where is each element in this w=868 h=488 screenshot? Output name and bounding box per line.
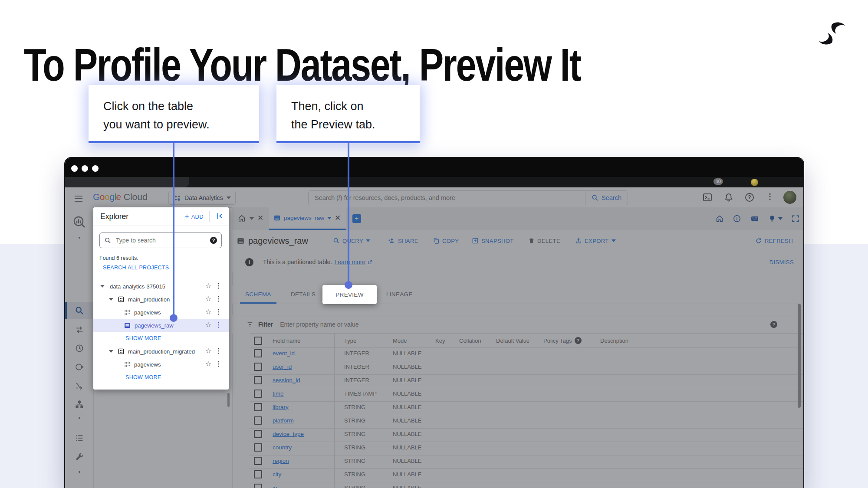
tree-item-view-pageviews-2[interactable]: pageviews ☆⋮: [93, 358, 229, 371]
explorer-search-input[interactable]: [115, 236, 210, 244]
table-icon: [124, 322, 131, 329]
window-control-maximize[interactable]: [92, 165, 99, 172]
brand-logo-icon: [818, 21, 846, 46]
window-control-close[interactable]: [71, 165, 78, 172]
connector-dot-table: [170, 314, 178, 322]
show-more-button-2[interactable]: SHOW MORE: [93, 371, 229, 384]
kebab-menu-icon[interactable]: ⋮: [215, 347, 222, 355]
tree-item-label: data-analytics-375015: [110, 283, 165, 290]
view-icon: [124, 309, 131, 316]
callout-text-line: you want to preview.: [103, 115, 259, 134]
callout-text-line: Then, click on: [291, 97, 420, 115]
slide: To Profile Your Dataset, Preview It 10 G…: [0, 0, 868, 488]
search-icon: [104, 237, 112, 244]
kebab-menu-icon[interactable]: ⋮: [215, 282, 222, 290]
callout-text-line: Click on the table: [103, 97, 259, 115]
tree-item-label: pageviews: [134, 309, 161, 316]
explorer-header: Explorer + ADD: [93, 207, 229, 226]
tree-item-view-pageviews[interactable]: pageviews ☆⋮: [93, 306, 229, 319]
window-control-minimize[interactable]: [82, 165, 88, 172]
results-count: Found 6 results.: [99, 255, 138, 261]
show-more-label: SHOW MORE: [125, 335, 161, 341]
callout-click-table: Click on the table you want to preview.: [89, 85, 259, 143]
tree-item-label: pageviews_raw: [135, 322, 174, 329]
dataset-icon: [118, 296, 125, 303]
window-titlebar: [65, 158, 803, 177]
star-icon[interactable]: ☆: [205, 360, 211, 368]
star-icon[interactable]: ☆: [205, 321, 211, 329]
header-divider: [209, 211, 210, 222]
callout-preview-tab: Then, click on the Preview tab.: [276, 85, 420, 143]
star-icon[interactable]: ☆: [205, 347, 211, 355]
plus-icon: +: [185, 213, 189, 220]
star-icon[interactable]: ☆: [205, 295, 211, 303]
tree-item-dataset-main-production[interactable]: main_production ☆⋮: [93, 293, 229, 306]
browser-active-tab[interactable]: [65, 177, 189, 187]
expand-caret-icon[interactable]: [100, 285, 105, 288]
collapse-panel-icon[interactable]: [215, 212, 224, 220]
explorer-title: Explorer: [100, 212, 128, 221]
page-title: To Profile Your Dataset, Preview It: [24, 39, 581, 91]
explorer-panel: Explorer + ADD ? Found 6 results. SEARCH…: [93, 207, 229, 390]
dataset-icon: [118, 348, 125, 355]
tree-item-label: main_production: [128, 296, 170, 303]
star-icon[interactable]: ☆: [205, 308, 211, 316]
star-icon[interactable]: ☆: [205, 282, 211, 290]
tree-item-label: main_production_migrated: [128, 348, 195, 355]
connector-line-table: [173, 143, 174, 315]
tree-item-table-pageviews-raw[interactable]: pageviews_raw ☆⋮: [93, 319, 229, 332]
tab-count-badge[interactable]: 10: [713, 178, 723, 185]
tree-item-dataset-main-production-migrated[interactable]: main_production_migrated ☆⋮: [93, 345, 229, 358]
search-all-projects-button[interactable]: SEARCH ALL PROJECTS: [103, 265, 169, 271]
browser-tabstrip: 10: [65, 177, 803, 187]
kebab-menu-icon[interactable]: ⋮: [215, 321, 222, 329]
connector-line-preview: [348, 143, 349, 282]
browser-profile-avatar[interactable]: [751, 179, 758, 186]
tree-item-project[interactable]: data-analytics-375015 ☆⋮: [93, 280, 229, 293]
add-data-button[interactable]: + ADD: [185, 213, 204, 220]
add-data-button-label: ADD: [191, 213, 204, 220]
show-more-button[interactable]: SHOW MORE: [93, 332, 229, 345]
tree-item-label: pageviews: [134, 361, 161, 368]
brand-logo: [818, 21, 846, 46]
callout-text-line: the Preview tab.: [291, 115, 420, 134]
kebab-menu-icon[interactable]: ⋮: [215, 308, 222, 316]
explorer-search-box[interactable]: ?: [99, 233, 222, 248]
search-help-icon[interactable]: ?: [210, 237, 217, 244]
kebab-menu-icon[interactable]: ⋮: [215, 360, 222, 368]
connector-dot-preview: [345, 281, 352, 289]
show-more-label: SHOW MORE: [125, 374, 161, 380]
expand-caret-icon[interactable]: [109, 350, 113, 353]
expand-caret-icon[interactable]: [109, 298, 113, 301]
view-icon: [124, 361, 131, 368]
kebab-menu-icon[interactable]: ⋮: [215, 295, 222, 303]
